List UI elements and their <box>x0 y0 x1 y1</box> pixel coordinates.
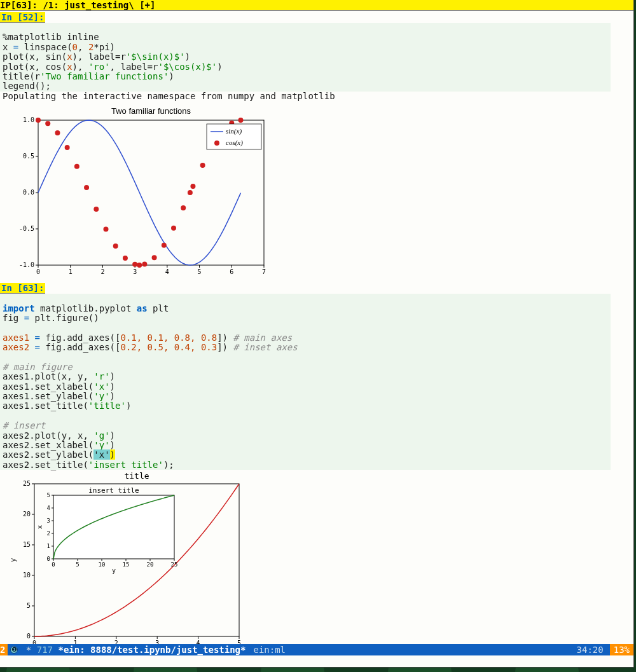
modeline-percent: 13% <box>610 644 633 655</box>
svg-point-47 <box>200 163 205 168</box>
svg-text:0: 0 <box>27 633 31 640</box>
svg-text:4: 4 <box>47 505 50 511</box>
svg-point-30 <box>55 130 60 135</box>
minibuffer[interactable] <box>0 655 633 667</box>
svg-text:2: 2 <box>100 268 104 275</box>
svg-point-43 <box>171 226 176 231</box>
svg-text:sin(x): sin(x) <box>226 127 242 135</box>
svg-text:insert title: insert title <box>88 486 139 495</box>
svg-text:15: 15 <box>23 541 31 548</box>
code-cell-52[interactable]: %matplotlib inline x = linspace(0, 2*pi)… <box>0 23 611 92</box>
svg-text:25: 25 <box>171 561 178 568</box>
svg-text:3: 3 <box>47 518 50 524</box>
svg-text:5: 5 <box>27 602 31 609</box>
svg-text:4: 4 <box>165 268 169 275</box>
svg-text:1: 1 <box>47 543 50 549</box>
svg-point-33 <box>84 185 89 190</box>
svg-point-44 <box>181 205 186 210</box>
svg-point-42 <box>162 243 167 248</box>
svg-text:10: 10 <box>23 572 31 579</box>
svg-point-40 <box>142 262 147 267</box>
svg-text:1: 1 <box>73 640 77 644</box>
plot-two-familiar-functions: Two familiar functions01234567-1.0-0.50.… <box>13 106 633 278</box>
code-cell-63[interactable]: import matplotlib.pyplot as plt fig = pl… <box>0 294 611 470</box>
svg-text:5: 5 <box>47 492 50 498</box>
svg-text:6: 6 <box>230 268 233 275</box>
svg-text:-0.5: -0.5 <box>19 225 34 232</box>
svg-text:15: 15 <box>123 561 130 568</box>
svg-text:cos(x): cos(x) <box>226 139 243 147</box>
svg-text:y: y <box>112 567 116 574</box>
modeline-window-number: 2 <box>0 644 8 655</box>
svg-text:2: 2 <box>47 530 50 537</box>
svg-text:title: title <box>124 471 149 481</box>
svg-text:3: 3 <box>155 640 159 644</box>
code-line: %matplotlib inline <box>3 32 99 42</box>
svg-text:20: 20 <box>23 511 31 518</box>
svg-text:4: 4 <box>197 640 200 644</box>
svg-rect-85 <box>53 495 174 559</box>
svg-text:20: 20 <box>147 561 154 568</box>
svg-text:1.0: 1.0 <box>23 116 34 123</box>
svg-text:Two familiar functions: Two familiar functions <box>111 106 191 116</box>
svg-text:0: 0 <box>32 640 36 644</box>
modeline-position: 34:20 <box>577 644 604 655</box>
svg-point-34 <box>93 207 99 212</box>
svg-text:0.5: 0.5 <box>23 153 34 160</box>
svg-point-35 <box>104 227 109 232</box>
svg-text:25: 25 <box>23 480 31 487</box>
svg-text:5: 5 <box>76 561 79 568</box>
svg-text:1: 1 <box>69 268 73 275</box>
modeline-major-mode: ein:ml <box>253 644 286 655</box>
svg-text:x: x <box>36 525 43 529</box>
svg-text:0: 0 <box>47 556 50 562</box>
input-prompt-63: In [63]: <box>0 283 45 294</box>
svg-point-28 <box>36 118 41 123</box>
svg-text:2: 2 <box>114 640 118 644</box>
svg-text:-1.0: -1.0 <box>19 261 34 268</box>
svg-text:0: 0 <box>52 561 55 568</box>
svg-point-45 <box>188 190 193 195</box>
svg-point-46 <box>190 184 195 189</box>
svg-point-41 <box>152 255 157 260</box>
modeline: 2❶ * 717 *ein: 8888/test.ipynb/just_test… <box>0 644 633 655</box>
stdout-52: Populating the interactive namespace fro… <box>0 92 633 101</box>
svg-point-39 <box>137 263 142 268</box>
svg-point-55 <box>214 141 219 146</box>
svg-text:3: 3 <box>133 268 137 275</box>
modeline-indicator-icon: ❶ <box>10 646 18 654</box>
svg-text:0: 0 <box>36 268 40 275</box>
svg-point-37 <box>123 256 128 261</box>
plot-title-with-inset: title0123450510152025xyinsert title05101… <box>4 471 633 644</box>
svg-point-36 <box>113 243 118 249</box>
window-title: IP[63]: /1: just_testing\ [+] <box>0 0 633 11</box>
svg-text:y: y <box>9 558 17 562</box>
svg-point-29 <box>45 121 50 126</box>
svg-text:0.0: 0.0 <box>23 189 34 196</box>
notebook-body[interactable]: In [52]: %matplotlib inline x = linspace… <box>0 11 633 644</box>
input-prompt-52: In [52]: <box>0 12 45 23</box>
svg-text:5: 5 <box>198 268 202 275</box>
svg-point-38 <box>132 262 137 267</box>
svg-point-32 <box>74 164 80 169</box>
svg-point-51 <box>238 118 243 123</box>
modeline-buffer-name: *ein: 8888/test.ipynb/just_testing* <box>58 644 245 655</box>
svg-text:5: 5 <box>237 640 241 644</box>
svg-text:10: 10 <box>99 561 106 568</box>
svg-point-31 <box>65 145 70 150</box>
svg-text:7: 7 <box>262 268 266 275</box>
